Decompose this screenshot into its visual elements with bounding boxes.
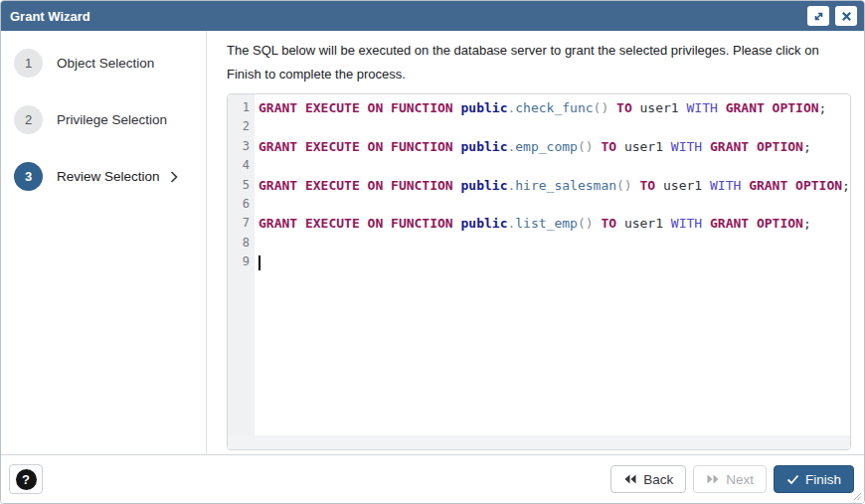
sql-token: public (461, 139, 508, 154)
sql-token: GRANT OPTION (726, 100, 819, 115)
line-number: 5 (228, 176, 255, 195)
maximize-button[interactable] (807, 6, 829, 26)
line-number-gutter: 123456789 (228, 94, 255, 435)
dialog-title: Grant Wizard (10, 9, 801, 24)
sql-token: ; (803, 216, 811, 231)
maximize-icon (812, 10, 825, 23)
chevron-right-icon (170, 171, 178, 183)
back-button[interactable]: Back (610, 465, 686, 493)
sql-token: ; (819, 100, 827, 115)
finish-button[interactable]: Finish (774, 465, 854, 493)
code-line (259, 195, 850, 214)
dialog-titlebar[interactable]: Grant Wizard (1, 1, 864, 31)
sql-token: hire_salesman (515, 178, 616, 193)
question-mark-icon: ? (16, 469, 37, 490)
wizard-steps-sidebar: 1Object Selection2Privilege Selection3Re… (1, 31, 207, 454)
step-item-review-selection[interactable]: 3Review Selection (14, 162, 206, 191)
sql-token: WITH (687, 100, 718, 115)
code-line: GRANT EXECUTE ON FUNCTION public.hire_sa… (259, 176, 850, 195)
close-icon (841, 11, 852, 22)
next-button-label: Next (726, 472, 754, 487)
double-triangle-right-icon (706, 474, 720, 484)
line-number: 3 (228, 137, 255, 156)
text-cursor (259, 255, 260, 270)
sql-token: TO (601, 139, 616, 154)
line-number: 9 (228, 252, 255, 271)
line-number: 2 (228, 117, 255, 136)
sql-token: () (578, 139, 594, 154)
sql-token: ; (803, 139, 811, 154)
code-line (259, 234, 850, 252)
sql-token: GRANT EXECUTE ON FUNCTION (259, 178, 453, 193)
sql-token: () (578, 216, 594, 231)
code-line: GRANT EXECUTE ON FUNCTION public.list_em… (259, 214, 850, 233)
sql-token: user1 (616, 216, 671, 231)
finish-button-label: Finish (805, 472, 841, 487)
double-triangle-left-icon (623, 474, 637, 484)
resize-grip-icon[interactable] (852, 491, 862, 501)
code-line (259, 156, 850, 175)
code-line: GRANT EXECUTE ON FUNCTION public.emp_com… (259, 137, 850, 156)
sql-token (702, 216, 710, 231)
sql-token: WITH (710, 178, 741, 193)
main-panel: The SQL below will be executed on the da… (207, 31, 864, 454)
sql-token: () (594, 100, 609, 115)
sql-token: TO (616, 100, 632, 115)
step-label: Privilege Selection (57, 112, 167, 127)
sql-token: user1 (616, 139, 671, 154)
sql-token: GRANT OPTION (749, 178, 842, 193)
line-number: 6 (228, 195, 255, 214)
sql-token (718, 100, 726, 115)
line-number: 4 (228, 156, 255, 175)
sql-token: user1 (632, 100, 687, 115)
step-label: Review Selection (57, 169, 160, 184)
sql-token: public (461, 100, 508, 115)
sql-token (632, 178, 640, 193)
sql-token: () (616, 178, 632, 193)
sql-token (453, 139, 461, 154)
sql-token (453, 100, 461, 115)
description-text: The SQL below will be executed on the da… (227, 39, 850, 86)
code-line: GRANT EXECUTE ON FUNCTION public.check_f… (259, 98, 850, 117)
step-number-badge: 3 (14, 162, 43, 191)
back-button-label: Back (643, 472, 673, 487)
line-number: 1 (228, 98, 255, 117)
help-button[interactable]: ? (9, 464, 43, 494)
sql-token (453, 216, 461, 231)
step-number-badge: 1 (14, 49, 43, 78)
next-button[interactable]: Next (693, 465, 767, 493)
sql-token: GRANT EXECUTE ON FUNCTION (259, 100, 453, 115)
sql-token: TO (601, 216, 616, 231)
sql-token (702, 139, 710, 154)
sql-token (608, 100, 616, 115)
sql-token: public (461, 178, 508, 193)
sql-token (741, 178, 749, 193)
step-item-object-selection[interactable]: 1Object Selection (14, 49, 206, 78)
step-label: Object Selection (57, 56, 154, 71)
sql-token: GRANT EXECUTE ON FUNCTION (259, 216, 453, 231)
line-number: 8 (228, 234, 255, 252)
sql-token: check_func (515, 100, 593, 115)
dialog-body: 1Object Selection2Privilege Selection3Re… (1, 31, 864, 454)
code-line (259, 252, 850, 271)
line-number: 7 (228, 214, 255, 233)
sql-token: GRANT OPTION (710, 216, 803, 231)
sql-token: user1 (655, 178, 710, 193)
sql-token: WITH (671, 139, 702, 154)
step-number-badge: 2 (14, 105, 43, 134)
sql-token: GRANT OPTION (710, 139, 803, 154)
sql-token: emp_comp (515, 139, 578, 154)
sql-token: GRANT EXECUTE ON FUNCTION (259, 139, 453, 154)
step-item-privilege-selection[interactable]: 2Privilege Selection (14, 105, 206, 134)
sql-token: ; (842, 178, 850, 193)
close-button[interactable] (835, 6, 857, 26)
code-line (259, 117, 850, 136)
sql-token: public (461, 216, 508, 231)
sql-editor[interactable]: 123456789 GRANT EXECUTE ON FUNCTION publ… (227, 93, 851, 450)
sql-token: WITH (671, 216, 702, 231)
editor-scrollbar-track[interactable] (228, 435, 850, 449)
editor-scroll-area: 123456789 GRANT EXECUTE ON FUNCTION publ… (228, 94, 850, 435)
check-icon (786, 474, 799, 485)
sql-code-area[interactable]: GRANT EXECUTE ON FUNCTION public.check_f… (255, 94, 850, 435)
sql-token (453, 178, 461, 193)
